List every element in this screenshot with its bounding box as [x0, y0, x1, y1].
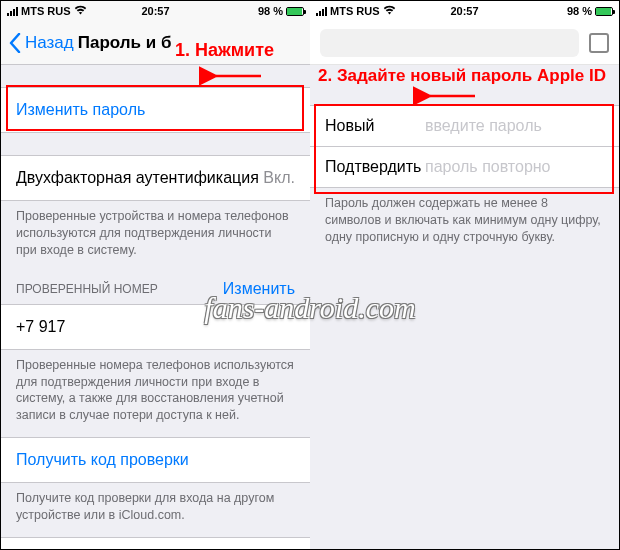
confirm-password-label: Подтвердить — [325, 158, 425, 176]
recovery-key-row[interactable]: Ключ восстановления Выкл. › — [1, 538, 310, 549]
password-hint: Пароль должен содержать не менее 8 симво… — [310, 188, 619, 253]
confirm-password-row[interactable]: Подтвердить пароль повторно — [310, 146, 619, 187]
cell-signal-icon — [316, 7, 327, 16]
status-bar: MTS RUS 20:57 98 % — [1, 1, 310, 21]
tabs-icon[interactable] — [589, 33, 609, 53]
status-time: 20:57 — [141, 5, 169, 17]
confirm-password-placeholder: пароль повторно — [425, 158, 604, 176]
trusted-phone-number: +7 917 — [16, 318, 65, 336]
change-password-row[interactable]: Изменить пароль — [1, 88, 310, 132]
battery-icon — [286, 7, 304, 16]
settings-password-screen: MTS RUS 20:57 98 % Назад Пароль и б Изме… — [1, 1, 310, 549]
trusted-phone-footer: Проверенные номера телефонов используютс… — [1, 350, 310, 432]
battery-percent: 98 % — [567, 5, 592, 17]
url-bar[interactable] — [320, 29, 579, 57]
battery-icon — [595, 7, 613, 16]
new-password-screen: MTS RUS 20:57 98 % Новый введите пароль … — [310, 1, 619, 549]
wifi-icon — [74, 5, 87, 17]
edit-button[interactable]: Изменить — [223, 280, 295, 298]
browser-chrome — [310, 21, 619, 65]
cell-signal-icon — [7, 7, 18, 16]
two-factor-value: Вкл. — [263, 169, 295, 187]
two-factor-row[interactable]: Двухфакторная аутентификация Вкл. — [1, 156, 310, 200]
trusted-number-header: ПРОВЕРЕННЫЙ НОМЕР — [16, 282, 158, 296]
get-code-row[interactable]: Получить код проверки — [1, 438, 310, 482]
carrier-label: MTS RUS — [330, 5, 380, 17]
chevron-left-icon — [9, 33, 21, 53]
new-password-placeholder: введите пароль — [425, 117, 604, 135]
nav-title: Пароль и б — [78, 33, 172, 53]
status-time: 20:57 — [450, 5, 478, 17]
two-factor-footer: Проверенные устройства и номера телефоно… — [1, 201, 310, 266]
carrier-label: MTS RUS — [21, 5, 71, 17]
battery-percent: 98 % — [258, 5, 283, 17]
back-label: Назад — [25, 33, 74, 53]
status-bar: MTS RUS 20:57 98 % — [310, 1, 619, 21]
change-password-label: Изменить пароль — [16, 101, 145, 119]
new-password-label: Новый — [325, 117, 425, 135]
trusted-phone-row[interactable]: +7 917 — [1, 305, 310, 349]
nav-bar: Назад Пароль и б — [1, 21, 310, 65]
get-code-footer: Получите код проверки для входа на друго… — [1, 483, 310, 531]
wifi-icon — [383, 5, 396, 17]
back-button[interactable]: Назад — [9, 33, 74, 53]
two-factor-label: Двухфакторная аутентификация — [16, 169, 259, 187]
get-code-label: Получить код проверки — [16, 451, 189, 469]
new-password-row[interactable]: Новый введите пароль — [310, 106, 619, 146]
